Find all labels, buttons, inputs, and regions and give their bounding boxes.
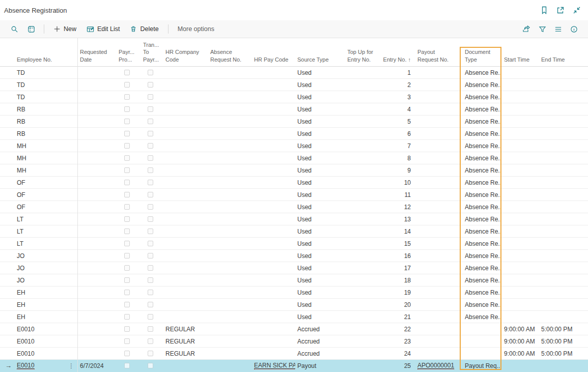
cell-entry_no[interactable]: 14 (377, 225, 413, 237)
cell-transferred_to_payroll[interactable] (139, 189, 161, 201)
cell-entry_no[interactable]: 7 (377, 140, 413, 152)
cell-end_time[interactable] (539, 79, 575, 91)
cell-source_type[interactable]: Payout (295, 360, 336, 371)
transferred_to_payroll-checkbox[interactable] (148, 94, 153, 100)
cell-absence_request_no[interactable] (207, 225, 253, 237)
cell-requested_date[interactable] (77, 287, 115, 298)
transferred_to_payroll-checkbox[interactable] (148, 82, 153, 88)
cell-employee_no[interactable]: TD (14, 79, 77, 91)
table-row[interactable]: RBUsed5Absence Re... (0, 116, 588, 128)
cell-requested_date[interactable] (77, 67, 115, 78)
cell-entry_no[interactable]: 6 (377, 128, 413, 139)
cell-requested_date[interactable] (77, 348, 115, 359)
new-button[interactable]: New (48, 22, 81, 36)
cell-top_up_for_entry_no[interactable] (336, 164, 377, 176)
cell-start_time[interactable]: 9:00:00 AM (501, 335, 539, 347)
cell-source_type[interactable]: Used (295, 311, 336, 323)
cell-employee_no[interactable]: MH (14, 140, 77, 152)
cell-entry_no[interactable]: 22 (377, 323, 413, 335)
cell-transferred_to_payroll[interactable] (139, 238, 161, 249)
cell-absence_request_no[interactable] (207, 140, 253, 152)
cell-end_time[interactable] (539, 201, 575, 213)
cell-transferred_to_payroll[interactable] (139, 311, 161, 323)
column-header-start_time[interactable]: Start Time (501, 38, 539, 66)
cell-absence_request_no[interactable] (207, 262, 253, 274)
cell-requested_date[interactable] (77, 91, 115, 103)
cell-employee_no[interactable]: EH (14, 287, 77, 298)
view-options-button[interactable] (550, 22, 566, 36)
cell-document_type[interactable]: Absence Re... (460, 189, 501, 201)
cell-employee_no[interactable]: OF (14, 189, 77, 201)
cell-payout_request_no[interactable] (413, 348, 460, 359)
cell-end_time[interactable] (539, 250, 575, 262)
cell-document_type[interactable]: Absence Re... (460, 262, 501, 274)
payroll_processed-checkbox[interactable] (124, 94, 130, 100)
cell-top_up_for_entry_no[interactable] (336, 238, 377, 249)
cell-payout_request_no[interactable] (413, 152, 460, 164)
cell-payroll_processed[interactable] (115, 79, 139, 91)
cell-payroll_processed[interactable] (115, 238, 139, 249)
cell-requested_date[interactable] (77, 79, 115, 91)
cell-transferred_to_payroll[interactable] (139, 213, 161, 225)
cell-payout_request_no[interactable] (413, 250, 460, 262)
cell-hr_pay_code[interactable] (253, 177, 295, 188)
cell-hr_company_code[interactable] (161, 360, 207, 371)
edit-list-button[interactable]: Edit List (81, 22, 125, 36)
cell-hr_pay_code[interactable] (253, 299, 295, 310)
cell-entry_no[interactable]: 5 (377, 116, 413, 127)
cell-top_up_for_entry_no[interactable] (336, 116, 377, 127)
cell-payout_request_no[interactable] (413, 238, 460, 249)
payroll_processed-checkbox[interactable] (124, 265, 130, 271)
column-header-requested_date[interactable]: Requested Date (77, 38, 115, 66)
cell-hr_pay_code[interactable] (253, 201, 295, 213)
cell-start_time[interactable] (501, 225, 539, 237)
cell-requested_date[interactable] (77, 335, 115, 347)
cell-top_up_for_entry_no[interactable] (336, 311, 377, 323)
cell-requested_date[interactable] (77, 262, 115, 274)
cell-transferred_to_payroll[interactable] (139, 225, 161, 237)
cell-source_type[interactable]: Accrued (295, 323, 336, 335)
cell-end_time[interactable] (539, 311, 575, 323)
cell-source_type[interactable]: Used (295, 152, 336, 164)
value-hr_pay_code[interactable]: EARN SICK PAY (254, 362, 295, 369)
cell-payroll_processed[interactable] (115, 287, 139, 298)
cell-transferred_to_payroll[interactable] (139, 91, 161, 103)
payroll_processed-checkbox[interactable] (124, 131, 130, 136)
column-header-document_type[interactable]: Document Type (460, 38, 501, 66)
more-options-button[interactable]: More options (173, 22, 219, 36)
cell-payroll_processed[interactable] (115, 67, 139, 78)
cell-entry_no[interactable]: 8 (377, 152, 413, 164)
cell-source_type[interactable]: Used (295, 299, 336, 310)
column-header-payroll_processed[interactable]: Payr... Pro... (115, 38, 139, 66)
cell-hr_pay_code[interactable] (253, 164, 295, 176)
cell-transferred_to_payroll[interactable] (139, 67, 161, 78)
cell-transferred_to_payroll[interactable] (139, 152, 161, 164)
cell-hr_company_code[interactable] (161, 189, 207, 201)
cell-source_type[interactable]: Used (295, 262, 336, 274)
cell-hr_pay_code[interactable] (253, 152, 295, 164)
cell-entry_no[interactable]: 10 (377, 177, 413, 188)
cell-end_time[interactable] (539, 128, 575, 139)
cell-top_up_for_entry_no[interactable] (336, 250, 377, 262)
cell-start_time[interactable] (501, 140, 539, 152)
cell-payout_request_no[interactable] (413, 213, 460, 225)
cell-entry_no[interactable]: 17 (377, 262, 413, 274)
cell-entry_no[interactable]: 18 (377, 274, 413, 286)
cell-hr_company_code[interactable] (161, 238, 207, 249)
table-row[interactable]: LTUsed15Absence Re... (0, 238, 588, 250)
cell-end_time[interactable] (539, 103, 575, 115)
table-row[interactable]: E0010REGULARAccrued249:00:00 AM5:00:00 P… (0, 348, 588, 360)
cell-hr_company_code[interactable] (161, 91, 207, 103)
cell-document_type[interactable] (460, 335, 501, 347)
cell-hr_pay_code[interactable] (253, 238, 295, 249)
cell-start_time[interactable] (501, 250, 539, 262)
analyze-button[interactable] (23, 22, 40, 36)
bookmark-icon[interactable] (540, 6, 548, 14)
cell-requested_date[interactable] (77, 274, 115, 286)
cell-absence_request_no[interactable] (207, 128, 253, 139)
cell-transferred_to_payroll[interactable] (139, 140, 161, 152)
cell-payout_request_no[interactable] (413, 91, 460, 103)
payroll_processed-checkbox[interactable] (124, 119, 130, 124)
transferred_to_payroll-checkbox[interactable] (148, 265, 153, 271)
cell-top_up_for_entry_no[interactable] (336, 201, 377, 213)
